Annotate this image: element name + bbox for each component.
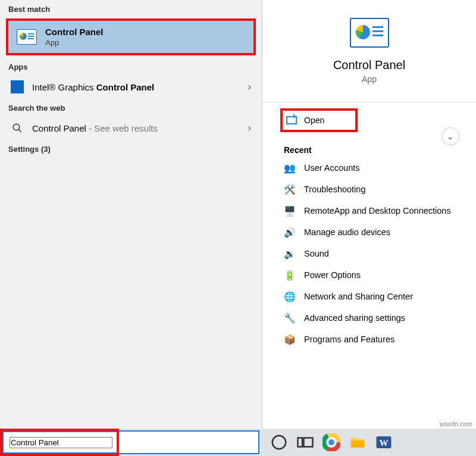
chevron-down-icon: ⌄ [447, 132, 454, 141]
app-row-prefix: Intel® Graphics [32, 82, 96, 92]
settings-header: Settings (3) [0, 140, 262, 157]
recent-item-label: Troubleshooting [304, 185, 365, 194]
expand-button[interactable]: ⌄ [441, 127, 459, 145]
svg-point-4 [273, 436, 286, 449]
app-row-intel-graphics[interactable]: Intel® Graphics Control Panel › [0, 75, 262, 99]
results-panel: Best match Control Panel App Apps Intel®… [0, 0, 262, 429]
recent-item-label: Manage audio devices [304, 227, 390, 237]
actions-section: Open ⌄ [262, 102, 476, 135]
svg-point-11 [328, 439, 334, 445]
recent-item-label: Sound [304, 249, 329, 258]
best-match-header: Best match [0, 0, 262, 17]
chrome-icon[interactable] [322, 433, 340, 451]
open-icon [286, 116, 297, 124]
recent-item[interactable]: 🔋Power Options [262, 264, 476, 286]
recent-item-icon: 🔉 [284, 248, 296, 260]
search-icon [11, 121, 24, 135]
file-explorer-icon[interactable] [349, 433, 367, 451]
recent-item[interactable]: 👥User Accounts [262, 157, 476, 179]
recent-item-label: User Accounts [304, 163, 360, 173]
watermark: wsxdn.com [440, 420, 472, 427]
control-panel-large-icon [350, 18, 389, 48]
recent-item-icon: 🔊 [284, 226, 296, 238]
preview-title: Control Panel [262, 58, 476, 72]
chevron-right-icon: › [248, 123, 251, 133]
recent-item-label: Programs and Features [304, 335, 394, 344]
web-search-label: Control Panel - See web results [32, 123, 248, 133]
recent-item-icon: 🛠️ [284, 183, 296, 195]
app-row-bold: Control Panel [96, 82, 155, 92]
chevron-right-icon: › [248, 82, 251, 92]
svg-rect-12 [351, 441, 365, 448]
taskbar: W [0, 429, 476, 456]
open-label: Open [304, 115, 324, 125]
svg-rect-5 [298, 438, 303, 447]
recent-item-icon: 🖥️ [284, 205, 296, 217]
recent-item-label: Advanced sharing settings [304, 313, 405, 323]
svg-text:W: W [380, 438, 389, 448]
app-row-label: Intel® Graphics Control Panel [32, 82, 248, 92]
svg-rect-6 [304, 438, 313, 447]
open-action[interactable]: Open [280, 108, 358, 132]
best-match-subtitle: App [45, 38, 104, 47]
recent-item[interactable]: 🔧Advanced sharing settings [262, 307, 476, 329]
recent-item-icon: 🔋 [284, 269, 296, 281]
recent-item-label: Network and Sharing Center [304, 292, 413, 301]
web-search-sub: - See web results [86, 123, 158, 133]
recent-item-icon: 📦 [284, 333, 296, 345]
recent-item[interactable]: 🔊Manage audio devices [262, 221, 476, 243]
search-box-extension[interactable] [119, 430, 259, 454]
recent-item[interactable]: 🔉Sound [262, 243, 476, 264]
task-view-icon[interactable] [296, 433, 314, 451]
preview-header: Control Panel App [262, 0, 476, 96]
web-search-main: Control Panel [32, 123, 86, 133]
apps-header: Apps [0, 58, 262, 75]
recent-item-label: RemoteApp and Desktop Connections [304, 206, 451, 215]
recent-item-icon: 🌐 [284, 291, 296, 302]
taskbar-icons: W [259, 433, 393, 451]
search-web-header: Search the web [0, 99, 262, 116]
search-input[interactable] [10, 437, 112, 448]
preview-panel: Control Panel App Open ⌄ Recent 👥User Ac… [262, 0, 476, 429]
recent-item[interactable]: 🛠️Troubleshooting [262, 179, 476, 200]
recent-list: 👥User Accounts🛠️Troubleshooting🖥️RemoteA… [262, 157, 476, 350]
svg-line-1 [18, 129, 21, 132]
recent-item-icon: 👥 [284, 162, 296, 174]
svg-point-0 [13, 124, 20, 130]
recent-item[interactable]: 🌐Network and Sharing Center [262, 286, 476, 307]
preview-subtitle: App [262, 74, 476, 84]
cortana-icon[interactable] [270, 433, 288, 451]
control-panel-icon [17, 29, 37, 45]
intel-icon [11, 80, 24, 93]
best-match-text: Control Panel App [45, 27, 104, 47]
search-box[interactable] [2, 431, 117, 454]
recent-item[interactable]: 📦Programs and Features [262, 329, 476, 350]
word-icon[interactable]: W [375, 433, 393, 451]
best-match-item[interactable]: Control Panel App [6, 18, 256, 55]
recent-item-label: Power Options [304, 270, 361, 280]
recent-item-icon: 🔧 [284, 312, 296, 324]
web-search-row[interactable]: Control Panel - See web results › [0, 116, 262, 140]
search-box-highlight [0, 429, 119, 456]
best-match-title: Control Panel [45, 27, 104, 37]
recent-item[interactable]: 🖥️RemoteApp and Desktop Connections [262, 200, 476, 221]
